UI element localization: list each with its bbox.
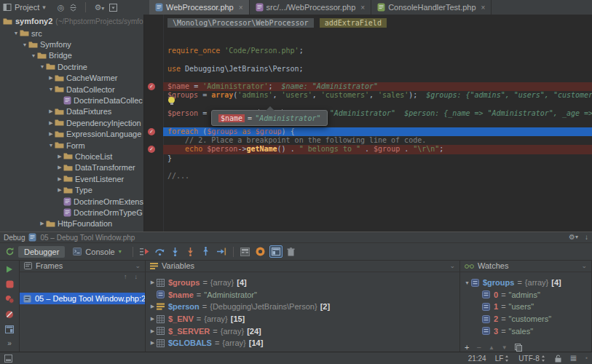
code-line[interactable]: } xyxy=(144,154,592,163)
tree-item-symfony[interactable]: ▼Symfony xyxy=(0,39,143,50)
chevron-down-icon[interactable]: ▼ xyxy=(30,53,37,58)
tree-item-httpfoundation[interactable]: ▶HttpFoundation xyxy=(0,218,143,229)
debug-tab-debugger[interactable]: Debugger xyxy=(18,246,65,258)
layout-settings-icon[interactable] xyxy=(269,245,283,258)
tree-item-bridge[interactable]: ▼Bridge xyxy=(0,50,143,61)
mute-breakpoints-icon[interactable] xyxy=(5,310,14,319)
variable-row[interactable]: ▶$_SERVER={array}[24] xyxy=(146,325,459,337)
chevron-right-icon[interactable]: ▶ xyxy=(149,328,157,334)
frame-down-icon[interactable]: ↓ xyxy=(135,274,138,280)
watch-child-row[interactable]: 2="customers" xyxy=(460,313,591,325)
chevron-down-icon[interactable]: ▼ xyxy=(12,31,20,36)
hide-window-icon[interactable]: ↓ xyxy=(585,234,588,241)
scroll-to-source-icon[interactable]: ◎ xyxy=(58,4,65,12)
tree-item-dependencyinjection[interactable]: ▶DependencyInjection xyxy=(0,117,143,128)
tree-item-datacollector[interactable]: ▼DataCollector xyxy=(0,84,143,95)
tree-item-expressionlanguage[interactable]: ▶ExpressionLanguage xyxy=(0,129,143,140)
chevron-down-icon[interactable]: ▼ xyxy=(47,143,55,148)
close-icon[interactable]: × xyxy=(360,4,365,12)
step-out-icon[interactable] xyxy=(200,245,213,258)
tree-root-row[interactable]: symfony2 (~/PhpstormProjects/symfo xyxy=(0,15,143,28)
tree-item-datafixtures[interactable]: ▶DataFixtures xyxy=(0,106,143,117)
toolwindow-toggle-icon[interactable] xyxy=(4,355,12,363)
chevron-right-icon[interactable]: ▶ xyxy=(56,176,63,182)
collapse-all-icon[interactable] xyxy=(69,4,77,12)
hide-panel-icon[interactable] xyxy=(109,4,117,12)
project-panel-icon[interactable] xyxy=(3,3,12,12)
line-separator-selector[interactable]: LF xyxy=(495,355,510,363)
variable-row[interactable]: ▶$person={Debugging\JetBrains\Person}[2] xyxy=(146,301,459,313)
show-execution-point-icon[interactable] xyxy=(138,245,151,258)
chevron-right-icon[interactable]: ▶ xyxy=(47,75,55,81)
tree-item-doctrine[interactable]: ▼Doctrine xyxy=(0,61,143,72)
panel-options-icon[interactable]: ⌄ xyxy=(449,262,455,269)
code-line[interactable]: ✓ echo $person->getName() . " belongs to… xyxy=(144,145,592,154)
chevrons-icon[interactable]: » xyxy=(7,340,12,347)
close-icon[interactable]: × xyxy=(239,4,243,12)
chevron-right-icon[interactable]: ▶ xyxy=(47,131,55,137)
encoding-selector[interactable]: UTF-8 xyxy=(518,355,545,363)
chevron-down-icon[interactable]: ▾ xyxy=(42,4,46,11)
watch-row[interactable]: ▼$groups={array}[4] xyxy=(460,277,591,289)
add-console-icon[interactable]: ▾ xyxy=(119,249,122,255)
watch-child-row[interactable]: 0="admins" xyxy=(460,289,591,301)
chevron-right-icon[interactable]: ▶ xyxy=(47,120,55,126)
editor-tab[interactable]: WebProcessor.php× xyxy=(149,0,250,15)
tree-item-form[interactable]: ▼Form xyxy=(0,140,143,151)
tree-item-choicelist[interactable]: ▶ChoiceList xyxy=(0,151,143,162)
add-watch-icon[interactable]: + xyxy=(465,344,469,352)
chevron-right-icon[interactable]: ▶ xyxy=(149,340,157,346)
chevron-down-icon[interactable]: ▼ xyxy=(21,42,28,47)
frame-up-icon[interactable]: ↑ xyxy=(124,274,127,280)
breakpoint-icon[interactable]: ✓ xyxy=(148,83,155,90)
resume-icon[interactable] xyxy=(5,265,14,274)
view-breakpoints-icon[interactable] xyxy=(5,295,15,304)
context-method-badge[interactable]: addExtraField xyxy=(320,18,387,28)
breakpoint-icon[interactable]: ✓ xyxy=(148,128,155,135)
watch-child-row[interactable]: 1="users" xyxy=(460,301,591,313)
code-line[interactable]: // 2. Place a breakpoint on the followin… xyxy=(144,136,592,145)
execution-line[interactable]: ✓foreach ($groups as $group) { xyxy=(144,127,592,136)
chevron-down-icon[interactable]: ▼ xyxy=(463,280,471,285)
code-line[interactable] xyxy=(144,100,592,109)
copy-icon[interactable] xyxy=(515,344,522,352)
evaluate-expression-icon[interactable] xyxy=(239,245,252,258)
lock-icon[interactable] xyxy=(555,355,561,363)
step-into-icon[interactable] xyxy=(169,245,182,258)
tree-item-cachewarmer[interactable]: ▶CacheWarmer xyxy=(0,73,143,84)
code-line[interactable]: use Debugging\JetBrains\Person; xyxy=(144,65,592,74)
force-step-into-icon[interactable] xyxy=(184,245,197,258)
editor-tab[interactable]: src/.../WebProcessor.php× xyxy=(250,0,372,15)
watch-child-row[interactable]: 3="sales" xyxy=(460,325,591,337)
highlight-level-icon[interactable]: ▦ xyxy=(570,355,577,362)
stop-icon[interactable] xyxy=(6,280,14,288)
caret-position[interactable]: 21:24 xyxy=(468,355,486,363)
tree-item-datatransformer[interactable]: ▶DataTransformer xyxy=(0,162,143,173)
debug-tab-console[interactable]: Console▾ xyxy=(67,246,127,258)
chevron-right-icon[interactable]: ▶ xyxy=(56,154,63,159)
code-line[interactable]: //... xyxy=(144,172,592,181)
close-icon[interactable]: × xyxy=(481,4,486,12)
context-class-badge[interactable]: \Monolog\Processor\WebProcessor xyxy=(167,18,314,28)
tree-item-type[interactable]: ▶Type xyxy=(0,184,143,195)
move-down-icon[interactable]: ▼ xyxy=(502,345,508,351)
tree-item-doctrinedatacollec[interactable]: DoctrineDataCollec xyxy=(0,95,143,106)
editor-tab[interactable]: ConsoleHandlerTest.php× xyxy=(371,0,492,15)
variable-row[interactable]: ▶$_ENV={array}[15] xyxy=(146,313,459,325)
settings-icon[interactable]: ⚙▾ xyxy=(94,4,104,12)
variable-row[interactable]: $name="Administrator" xyxy=(146,289,459,301)
php-console-icon[interactable] xyxy=(254,245,267,258)
restore-layout-icon[interactable] xyxy=(5,325,14,333)
tree-item-doctrineormtypeg[interactable]: DoctrineOrmTypeG xyxy=(0,207,143,218)
code-line[interactable]: $groups = array('admins', 'users', 'cust… xyxy=(144,91,592,100)
run-to-cursor-icon[interactable] xyxy=(215,245,228,258)
editor[interactable]: \Monolog\Processor\WebProcessor addExtra… xyxy=(144,15,592,232)
tree-item-eventlistener[interactable]: ▶EventListener xyxy=(0,173,143,184)
step-over-icon[interactable] xyxy=(154,245,167,258)
code-line[interactable] xyxy=(144,163,592,172)
trash-icon[interactable] xyxy=(285,245,298,258)
project-panel-label[interactable]: Project xyxy=(15,3,39,12)
chevron-down-icon[interactable]: ▼ xyxy=(47,87,55,92)
frame-row[interactable]: 05 – Debug Tool Window.php:23 xyxy=(20,293,145,304)
code-line[interactable] xyxy=(144,55,592,64)
